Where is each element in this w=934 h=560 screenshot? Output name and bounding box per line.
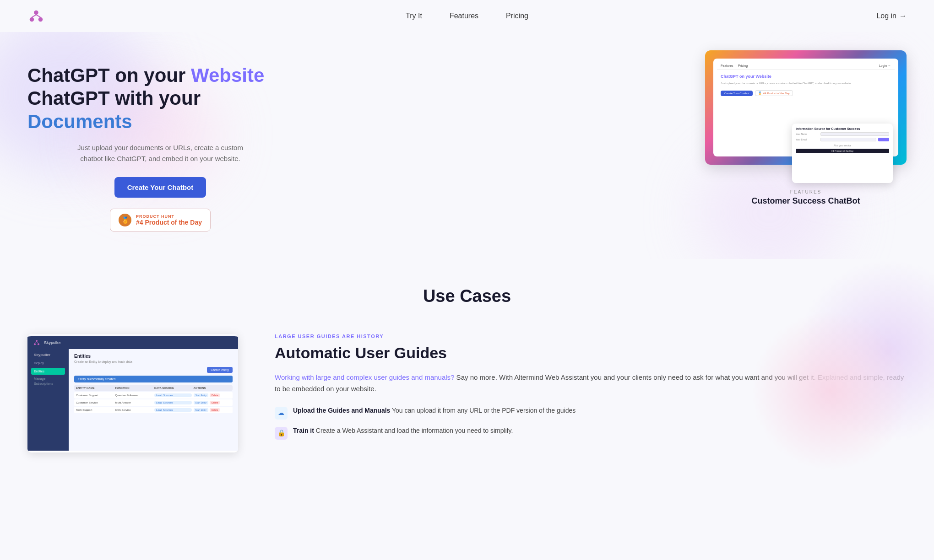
hero-mockup: Features Pricing Login → ChatGPT on your… — [293, 50, 907, 178]
uc-sidebar-entities[interactable]: Entities — [31, 368, 65, 375]
uc-feature-detail-2: Create a Web Assistant and load the info… — [314, 427, 513, 434]
use-case-row: Skypuller Skypuller Deploy Entities Mana… — [27, 334, 907, 452]
mockup-form-row2: Your Email — [796, 138, 889, 141]
uc-feature-text-2: Train it Create a Web Assistant and load… — [293, 426, 513, 436]
mockup-ph-badge: 🏅 #4 Product of the Day — [755, 90, 793, 96]
use-cases-section: Use Cases Skypuller Skypuller Deploy Ent… — [0, 259, 934, 471]
upload-icon: ☁ — [275, 407, 288, 420]
delete-entity-btn-3[interactable]: Delete — [210, 408, 220, 412]
mockup-login: Login → — [879, 64, 891, 67]
mockup-subtitle: Just upload your documents or URLs, crea… — [721, 81, 891, 85]
table-row: Customer Support Question & Answer Lead … — [74, 392, 233, 398]
uc-td-fn-1: Question & Answer — [115, 394, 153, 397]
hero-section: ChatGPT on your Website ChatGPT with you… — [0, 32, 934, 259]
hero-title-mid2: with your — [110, 87, 201, 109]
start-entity-btn-1[interactable]: Start Entity — [194, 393, 208, 397]
svg-line-4 — [36, 15, 41, 17]
uc-td-src-1: Lead Sources — [154, 393, 192, 397]
mockup-pricing-link: Pricing — [738, 64, 748, 67]
svg-point-7 — [38, 343, 39, 345]
uc-feature-detail-1: You can upload it from any URL or the PD… — [390, 407, 576, 414]
uc-nav: Skypuller — [27, 336, 238, 349]
uc-table-header: ENTITY NAME FUNCTION DATA SOURCE ACTIONS — [74, 385, 233, 391]
uc-screenshot-mockup: Skypuller Skypuller Deploy Entities Mana… — [27, 334, 238, 452]
hero-title-mid1: on your — [110, 65, 191, 86]
mockup-nav-links: Features Pricing — [721, 64, 748, 67]
uc-td-name-2: Customer Service — [76, 401, 114, 404]
uc-create-entity-btn[interactable]: Create entity — [207, 367, 233, 373]
mockup-form-row1: Your Name — [796, 132, 889, 136]
nav-try-it[interactable]: Try It — [406, 12, 422, 20]
uc-logo-icon — [33, 339, 40, 346]
table-row: Tech Support Own Service Lead Sources St… — [74, 407, 233, 413]
uc-action-bar: Create entity — [74, 367, 233, 373]
uc-td-src-3: Lead Sources — [154, 408, 192, 412]
ph-product: #4 Product of the Day — [136, 219, 202, 226]
uc-nav-brand: Skypuller — [44, 340, 61, 345]
uc-description-link[interactable]: Working with large and complex user guid… — [275, 373, 454, 381]
uc-main-title: Entities — [74, 354, 233, 359]
hero-title: ChatGPT on your Website ChatGPT with you… — [27, 64, 293, 133]
svg-line-9 — [37, 342, 38, 343]
uc-th-source: DATA SOURCE — [154, 387, 192, 389]
uc-th-actions: ACTIONS — [194, 387, 231, 389]
nav-pricing[interactable]: Pricing — [506, 12, 528, 20]
svg-point-1 — [30, 17, 34, 22]
uc-sidebar-deploy[interactable]: Deploy — [31, 360, 65, 366]
uc-main-panel: Entities Create an Entity to deploy and … — [69, 349, 238, 451]
product-hunt-badge: 🏅 PRODUCT HUNT #4 Product of the Day — [110, 209, 211, 232]
uc-sidebar-sub1: Manage — [31, 376, 65, 381]
uc-main-sub: Create an Entity to deploy and track dat… — [74, 360, 233, 363]
mockup-hero-title: ChatGPT on your Website — [721, 74, 891, 80]
hero-title-chatgpt1: ChatGPT — [27, 65, 110, 86]
svg-point-6 — [34, 343, 36, 345]
mockup-ai-label: AI at your service — [796, 144, 889, 147]
svg-line-3 — [32, 15, 37, 17]
uc-td-actions-3: Start Entity Delete — [194, 408, 231, 412]
delete-entity-btn-1[interactable]: Delete — [210, 393, 220, 397]
table-row: Customer Service Multi Answer Lead Sourc… — [74, 399, 233, 406]
nav-features[interactable]: Features — [450, 12, 478, 20]
mockup-product-day: #4 Product of the Day — [796, 149, 889, 153]
uc-td-actions-1: Start Entity Delete — [194, 393, 231, 397]
svg-point-5 — [36, 340, 38, 342]
uc-th-name: ENTITY NAME — [76, 387, 114, 389]
navigation: Try It Features Pricing Log in → — [0, 0, 934, 32]
uc-td-actions-2: Start Entity Delete — [194, 401, 231, 404]
uc-sidebar-sub2: Subscriptions — [31, 381, 65, 386]
uc-feature-text-1: Upload the Guides and Manuals You can up… — [293, 406, 576, 415]
ph-medal-icon: 🏅 — [119, 214, 131, 226]
uc-td-name-1: Customer Support — [76, 394, 114, 397]
train-icon: 🔒 — [275, 427, 288, 440]
use-cases-title: Use Cases — [27, 286, 907, 306]
uc-feature-list: ☁ Upload the Guides and Manuals You can … — [275, 406, 907, 440]
mockup-secondary-title: Information Source for Customer Success — [796, 127, 889, 130]
svg-line-8 — [35, 342, 37, 343]
nav-login[interactable]: Log in → — [876, 12, 907, 20]
list-item: ☁ Upload the Guides and Manuals You can … — [275, 406, 907, 420]
mockup-secondary-screenshot: Information Source for Customer Success … — [792, 124, 893, 183]
uc-sidebar-label: Skypuller — [31, 353, 65, 357]
create-chatbot-button[interactable]: Create Your Chatbot — [114, 177, 206, 198]
mockup-wrapper: Features Pricing Login → ChatGPT on your… — [687, 50, 907, 178]
uc-td-fn-3: Own Service — [115, 409, 153, 411]
mockup-navbar: Features Pricing Login → — [717, 62, 895, 70]
uc-description: Working with large and complex user guid… — [275, 372, 907, 395]
uc-th-function: FUNCTION — [115, 387, 153, 389]
start-entity-btn-3[interactable]: Start Entity — [194, 408, 208, 412]
nav-links: Try It Features Pricing — [406, 12, 528, 20]
logo[interactable] — [27, 7, 45, 25]
uc-text-content: LARGE USER GUIDES ARE HISTORY Automatic … — [275, 334, 907, 440]
svg-point-0 — [34, 11, 38, 15]
ph-label: PRODUCT HUNT — [136, 214, 202, 219]
uc-td-src-2: Lead Sources — [154, 401, 192, 404]
start-entity-btn-2[interactable]: Start Entity — [194, 401, 208, 404]
login-label: Log in — [876, 12, 896, 20]
uc-td-name-3: Tech Support — [76, 409, 114, 411]
uc-tag: LARGE USER GUIDES ARE HISTORY — [275, 334, 907, 339]
hero-title-chatgpt2: ChatGPT — [27, 87, 110, 109]
hero-subtitle: Just upload your documents or URLs, crea… — [69, 142, 252, 164]
hero-content: ChatGPT on your Website ChatGPT with you… — [27, 50, 293, 232]
delete-entity-btn-2[interactable]: Delete — [210, 401, 220, 404]
uc-sidebar: Skypuller Deploy Entities Manage Subscri… — [27, 349, 69, 451]
